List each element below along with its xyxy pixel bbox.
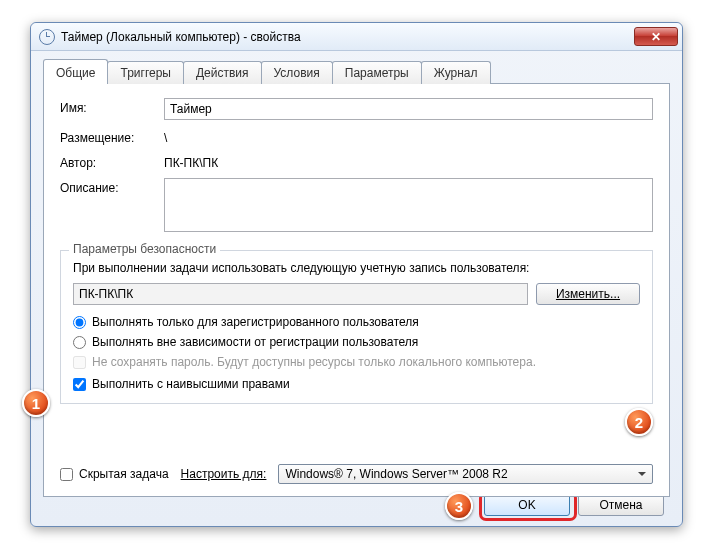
configure-for-combo[interactable]: Windows® 7, Windows Server™ 2008 R2 [278, 464, 653, 484]
no-password-label: Не сохранять пароль. Будут доступны ресу… [92, 355, 536, 369]
hidden-task-label: Скрытая задача [79, 467, 169, 481]
client-area: Общие Триггеры Действия Условия Параметр… [31, 51, 682, 509]
location-value: \ [164, 128, 167, 145]
highest-priv-label: Выполнить с наивысшими правами [92, 377, 290, 391]
annotation-marker-1: 1 [22, 389, 50, 417]
tab-strip: Общие Триггеры Действия Условия Параметр… [43, 61, 670, 84]
name-label: Имя: [60, 98, 164, 115]
location-label: Размещение: [60, 128, 164, 145]
security-group-title: Параметры безопасности [69, 242, 220, 256]
tab-panel-general: Имя: Размещение: \ Автор: ПК-ПК\ПК Описа… [43, 83, 670, 497]
ok-button[interactable]: OK [484, 494, 570, 516]
tab-conditions[interactable]: Условия [261, 61, 333, 84]
tab-actions[interactable]: Действия [183, 61, 262, 84]
author-label: Автор: [60, 153, 164, 170]
dialog-buttons: OK Отмена [484, 494, 664, 516]
name-input[interactable] [164, 98, 653, 120]
no-password-checkbox [73, 356, 86, 369]
clock-icon [39, 29, 55, 45]
run-logged-on-radio[interactable] [73, 316, 86, 329]
account-prompt: При выполнении задачи использовать следу… [73, 261, 640, 275]
hidden-task-checkbox[interactable] [60, 468, 73, 481]
annotation-marker-3: 3 [445, 492, 473, 520]
highest-priv-checkbox[interactable] [73, 378, 86, 391]
titlebar[interactable]: Таймер (Локальный компьютер) - свойства … [31, 23, 682, 51]
tab-triggers[interactable]: Триггеры [107, 61, 184, 84]
run-logged-on-label: Выполнять только для зарегистрированного… [92, 315, 419, 329]
properties-dialog: Таймер (Локальный компьютер) - свойства … [30, 22, 683, 527]
cancel-button[interactable]: Отмена [578, 494, 664, 516]
description-input[interactable] [164, 178, 653, 232]
window-title: Таймер (Локальный компьютер) - свойства [61, 30, 634, 44]
tab-settings[interactable]: Параметры [332, 61, 422, 84]
close-icon: ✕ [651, 31, 661, 43]
configure-for-label: Настроить для: [181, 467, 267, 481]
account-field: ПК-ПК\ПК [73, 283, 528, 305]
description-label: Описание: [60, 178, 164, 195]
tab-general[interactable]: Общие [43, 59, 108, 84]
change-user-button[interactable]: Изменить... [536, 283, 640, 305]
configure-row: Скрытая задача Настроить для: Windows® 7… [60, 464, 653, 484]
author-value: ПК-ПК\ПК [164, 153, 218, 170]
close-button[interactable]: ✕ [634, 27, 678, 46]
annotation-marker-2: 2 [625, 408, 653, 436]
tab-history[interactable]: Журнал [421, 61, 491, 84]
security-groupbox: Параметры безопасности При выполнении за… [60, 250, 653, 404]
run-not-logged-label: Выполнять вне зависимости от регистрации… [92, 335, 418, 349]
run-not-logged-radio[interactable] [73, 336, 86, 349]
